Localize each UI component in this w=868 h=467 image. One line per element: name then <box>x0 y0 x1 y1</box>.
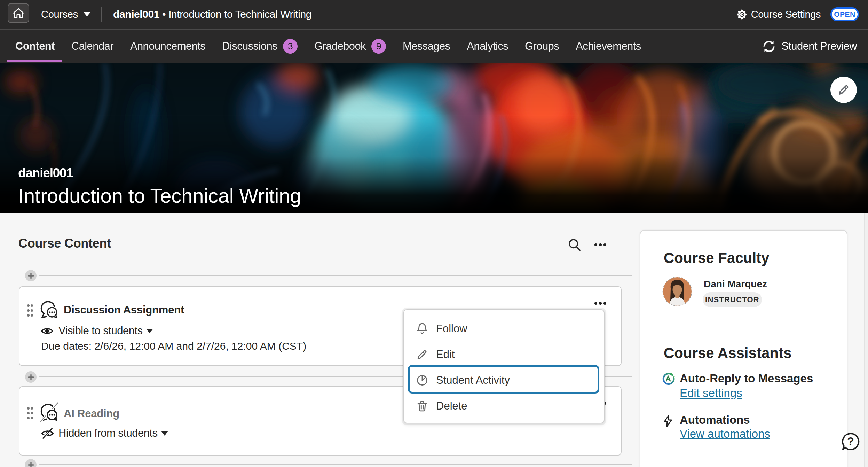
svg-text:?: ? <box>847 435 854 447</box>
